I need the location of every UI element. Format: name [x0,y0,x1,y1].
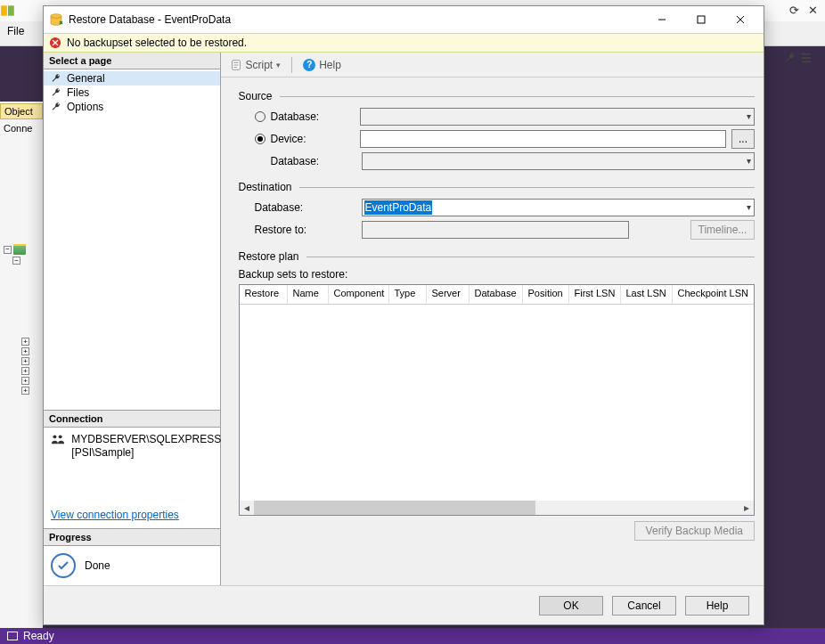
dialog-left-pane: Select a page General Files Options Conn… [44,53,221,585]
horizontal-scrollbar[interactable]: ◂ ▸ [240,501,755,515]
status-icon [7,632,18,640]
wrench-icon [51,87,61,98]
parent-close-icon[interactable]: ✕ [808,4,818,17]
help-button[interactable]: ? Help [299,57,345,73]
menu-lines-icon [800,52,813,64]
source-device-label: Device: [271,133,360,145]
verify-backup-media-button[interactable]: Verify Backup Media [634,521,755,541]
progress-header: Progress [44,528,220,546]
maximize-button[interactable] [682,7,721,32]
backup-sets-table[interactable]: Restore Name Component Type Server Datab… [239,284,756,516]
app-icon [0,3,16,19]
destination-database-combo[interactable]: EventProData ▾ [362,199,756,216]
dialog-icon [49,12,63,27]
wrench-icon [51,102,61,112]
tree-item[interactable]: + [21,367,43,375]
source-device-input[interactable] [360,130,727,148]
tree-item[interactable]: + [21,338,43,346]
restore-plan-group-label: Restore plan [239,250,299,263]
timeline-button[interactable]: Timeline... [690,220,755,240]
table-header-row: Restore Name Component Type Server Datab… [240,285,755,305]
col-first-lsn[interactable]: First LSN [569,285,621,304]
svg-rect-0 [1,5,7,15]
col-last-lsn[interactable]: Last LSN [621,285,673,304]
svg-point-7 [53,435,56,438]
source-database-radio[interactable] [255,111,265,122]
restore-to-label: Restore to: [255,224,362,236]
menu-file[interactable]: File [7,25,24,37]
page-general[interactable]: General [44,71,220,86]
destination-database-value: EventProData [364,200,433,215]
dialog-button-bar: OK Cancel Help [44,585,764,624]
col-position[interactable]: Position [523,285,569,304]
col-server[interactable]: Server [427,285,470,304]
connect-tab[interactable]: Conne [0,121,43,135]
source-group-label: Source [239,90,273,102]
wrench-icon [784,52,796,64]
close-button[interactable] [721,7,760,32]
minimize-button[interactable] [642,7,682,32]
connection-info: MYDBSERVER\SQLEXPRESS [PSI\Sample] [44,428,220,466]
source-database-combo[interactable]: ▾ [360,108,756,126]
done-check-icon [51,553,76,578]
cancel-button[interactable]: Cancel [612,596,676,615]
right-toolbar: Script ▾ ? Help [221,53,764,77]
col-type[interactable]: Type [389,285,427,304]
parent-restore-icon[interactable]: ⟳ [789,4,799,17]
view-connection-properties-link[interactable]: View connection properties [51,509,213,521]
server-icon [51,433,65,445]
source-device-database-combo[interactable]: ▾ [362,152,756,170]
ok-button[interactable]: OK [539,596,603,615]
destination-database-label: Database: [255,201,362,214]
page-label: Files [67,86,89,99]
wrench-icon [51,73,61,84]
dialog-titlebar: Restore Database - EventProData [44,6,764,33]
object-explorer-tab[interactable]: Object [0,103,43,119]
page-label: General [67,72,105,85]
dialog-title: Restore Database - EventProData [69,13,642,26]
col-restore[interactable]: Restore [240,285,288,304]
tree-item[interactable]: + [21,387,43,395]
tree-item[interactable]: + [21,357,43,365]
script-button[interactable]: Script ▾ [226,57,285,73]
svg-rect-5 [698,16,705,23]
error-icon [49,37,61,49]
parent-window-controls: ⟳ ✕ [789,4,818,17]
source-database-label: Database: [271,110,360,123]
help-icon: ? [303,59,315,71]
help-button[interactable]: Help [685,596,749,615]
col-component[interactable]: Component [329,285,389,304]
connection-header: Connection [44,410,220,428]
col-database[interactable]: Database [470,285,523,304]
help-label: Help [319,59,341,71]
source-device-radio[interactable] [255,134,265,144]
destination-group-label: Destination [239,181,292,193]
svg-rect-1 [8,5,14,15]
browse-device-button[interactable]: ... [731,129,755,149]
tree-item[interactable]: + [21,377,43,385]
connection-user: [PSI\Sample] [71,446,134,459]
tree-root[interactable]: − [4,244,43,255]
status-bar: Ready [0,628,825,644]
tree-child[interactable]: − [12,257,43,265]
toolbar-extra-icons [784,52,813,64]
select-page-header: Select a page [44,53,220,69]
col-checkpoint-lsn[interactable]: Checkpoint LSN [673,285,755,304]
restore-database-dialog: Restore Database - EventProData No backu… [43,5,764,625]
scroll-left-icon[interactable]: ◂ [240,501,254,515]
tree-item[interactable]: + [21,347,43,355]
page-label: Options [67,101,103,113]
page-files[interactable]: Files [44,86,220,100]
database-icon [13,244,26,255]
dialog-right-pane: Script ▾ ? Help Source Database: ▾ [221,53,764,585]
status-text: Ready [23,630,54,642]
backup-sets-label: Backup sets to restore: [239,268,756,281]
progress-block: Done [44,546,220,585]
scroll-right-icon[interactable]: ▸ [739,501,754,515]
warning-bar: No backupset selected to be restored. [44,33,764,53]
script-icon [230,59,242,71]
col-name[interactable]: Name [288,285,329,304]
warning-text: No backupset selected to be restored. [67,37,247,49]
connection-server: MYDBSERVER\SQLEXPRESS [71,433,221,445]
page-options[interactable]: Options [44,100,220,114]
